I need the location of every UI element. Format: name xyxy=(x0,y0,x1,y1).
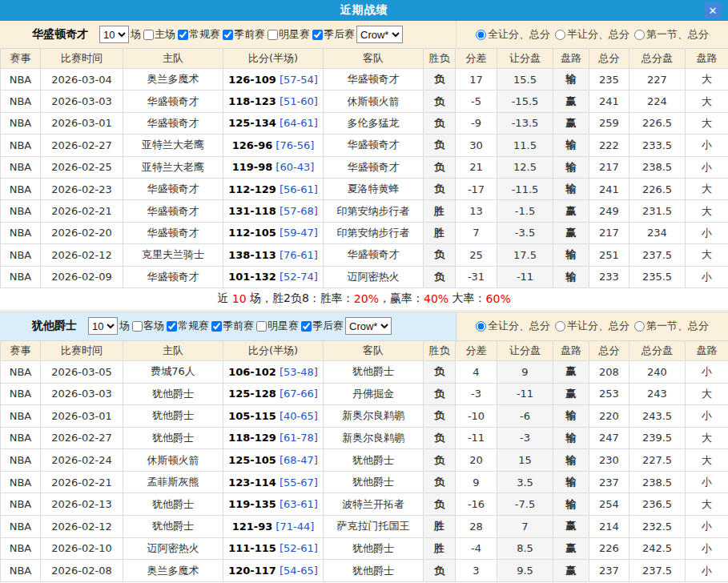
cell-over-under: 大 xyxy=(686,69,728,90)
filter-checkbox-label: 客场 xyxy=(143,319,164,333)
score-fulltime: 101-132 xyxy=(228,271,276,283)
column-header-9: 总分 xyxy=(589,341,629,361)
filter-checkbox-group: 客场 xyxy=(130,319,164,333)
cell-league: NBA xyxy=(1,179,41,200)
table-row: NBA2026-02-23华盛顿奇才112-129[56-61]夏洛特黄蜂负-1… xyxy=(0,179,728,200)
score-fulltime: 119-98 xyxy=(232,161,273,173)
score-fulltime: 119-135 xyxy=(228,498,276,510)
cell-handicap-result: 赢 xyxy=(553,516,589,538)
cell-handicap-line: 11.5 xyxy=(497,135,553,156)
type-select[interactable]: Crow* xyxy=(345,317,392,335)
cell-point-diff: 13 xyxy=(456,200,497,222)
column-header-3: 比分(半场) xyxy=(223,341,324,361)
games-count-select[interactable]: 10 xyxy=(99,26,129,43)
radio-option-0: 全让分、总分 xyxy=(476,319,550,333)
cell-away-team: 犹他爵士 xyxy=(324,472,424,494)
filter-checkbox-1[interactable] xyxy=(167,321,177,332)
cell-home-team: 华盛顿奇才 xyxy=(123,267,223,288)
cell-away-team: 犹他爵士 xyxy=(324,560,424,582)
radio-label: 半让分、总分 xyxy=(567,27,629,42)
score-halftime: [52-74] xyxy=(280,271,318,283)
filter-checkbox-4[interactable] xyxy=(301,321,312,332)
cell-win-loss: 负 xyxy=(424,244,456,266)
cell-away-team: 印第安纳步行者 xyxy=(324,200,424,222)
cell-win-loss: 负 xyxy=(424,449,456,472)
cell-date: 2026-02-21 xyxy=(41,472,123,494)
radio-input-1[interactable] xyxy=(555,30,565,40)
cell-point-diff: 17 xyxy=(456,69,497,90)
score-fulltime: 138-113 xyxy=(228,249,276,261)
cell-total-points: 233 xyxy=(589,267,629,288)
cell-handicap-result: 输 xyxy=(553,472,589,494)
close-icon[interactable]: ✕ xyxy=(705,2,721,18)
filter-row: 华盛顿奇才10场主场常规赛季前赛明星赛季后赛Crow*全让分、总分半让分、总分第… xyxy=(0,21,728,48)
score-halftime: [53-48] xyxy=(280,366,318,378)
filter-checkbox-4[interactable] xyxy=(312,30,323,40)
score-fulltime: 123-114 xyxy=(228,476,276,489)
cell-handicap-result: 输 xyxy=(553,449,589,472)
cell-handicap-line: -3 xyxy=(497,428,553,450)
recent-results-modal: 近期战绩 ✕ 华盛顿奇才10场主场常规赛季前赛明星赛季后赛Crow*全让分、总分… xyxy=(0,0,728,583)
filter-checkbox-3[interactable] xyxy=(267,30,278,40)
radio-input-2[interactable] xyxy=(634,30,645,40)
column-header-5: 胜负 xyxy=(424,49,456,69)
cell-point-diff: -16 xyxy=(456,493,497,516)
score-halftime: [51-60] xyxy=(280,95,318,107)
radio-label: 第一节、总分 xyxy=(646,319,709,333)
radio-option-0: 全让分、总分 xyxy=(476,27,550,42)
cell-score: 120-117[54-65] xyxy=(223,560,324,582)
cell-over-under: 小 xyxy=(686,405,728,428)
table-row: NBA2026-03-03犹他爵士125-128[67-66]丹佛掘金负-3-1… xyxy=(0,384,728,406)
cell-total-points: 220 xyxy=(589,405,629,428)
type-select[interactable]: Crow* xyxy=(356,26,403,43)
cell-away-team: 丹佛掘金 xyxy=(324,384,424,406)
cell-point-diff: 20 xyxy=(456,449,497,472)
filter-left: 华盛顿奇才10场主场常规赛季前赛明星赛季后赛Crow* xyxy=(0,21,457,48)
cell-win-loss: 负 xyxy=(424,135,456,156)
radio-input-1[interactable] xyxy=(555,321,565,332)
score-halftime: [57-54] xyxy=(280,74,318,86)
cell-date: 2026-02-13 xyxy=(41,493,123,516)
cell-score: 123-114[55-67] xyxy=(223,472,324,494)
radio-input-0[interactable] xyxy=(476,321,486,332)
cell-date: 2026-02-09 xyxy=(41,267,123,288)
radio-option-1: 半让分、总分 xyxy=(555,27,629,42)
column-header-7: 让分盘 xyxy=(497,341,553,361)
cell-handicap-line: 9.5 xyxy=(497,560,553,582)
cell-total-points: 253 xyxy=(589,384,629,406)
games-count-select[interactable]: 10 xyxy=(88,317,118,335)
column-header-5: 胜负 xyxy=(424,341,456,361)
cell-league: NBA xyxy=(1,244,41,266)
cell-handicap-line: 15.5 xyxy=(497,69,553,90)
cell-total-points: 237 xyxy=(589,472,629,494)
cell-point-diff: 4 xyxy=(456,361,497,384)
summary-segment: 大率： xyxy=(448,292,485,306)
cell-over-under: 大 xyxy=(686,493,728,516)
filter-checkbox-0[interactable] xyxy=(132,321,143,332)
score-halftime: [59-47] xyxy=(280,227,318,239)
filter-checkbox-2[interactable] xyxy=(223,30,233,40)
filter-checkbox-3[interactable] xyxy=(256,321,267,332)
cell-handicap-result: 输 xyxy=(553,267,589,288)
cell-win-loss: 负 xyxy=(424,472,456,494)
cell-handicap-line: -7.5 xyxy=(497,493,553,516)
table-row: NBA2026-02-20华盛顿奇才112-105[59-47]印第安纳步行者胜… xyxy=(0,223,728,244)
radio-input-0[interactable] xyxy=(476,30,486,40)
filter-checkbox-group: 常规赛 xyxy=(175,27,220,42)
cell-league: NBA xyxy=(1,384,41,406)
score-halftime: [55-67] xyxy=(280,476,318,489)
cell-over-under: 小 xyxy=(686,135,728,156)
radio-input-2[interactable] xyxy=(634,321,645,332)
filter-checkbox-1[interactable] xyxy=(178,30,188,40)
column-header-10: 总分盘 xyxy=(629,49,686,69)
cell-away-team: 华盛顿奇才 xyxy=(324,135,424,156)
cell-win-loss: 胜 xyxy=(424,516,456,538)
cell-total-line: 227.5 xyxy=(629,449,686,472)
filter-checkbox-2[interactable] xyxy=(211,321,222,332)
filter-checkbox-0[interactable] xyxy=(143,30,154,40)
cell-score: 111-115[52-61] xyxy=(223,538,324,561)
summary-segment: 近 xyxy=(217,292,231,306)
column-header-1: 比赛时间 xyxy=(41,341,123,361)
cell-win-loss: 胜 xyxy=(424,200,456,222)
games-suffix-label: 场 xyxy=(119,319,130,333)
